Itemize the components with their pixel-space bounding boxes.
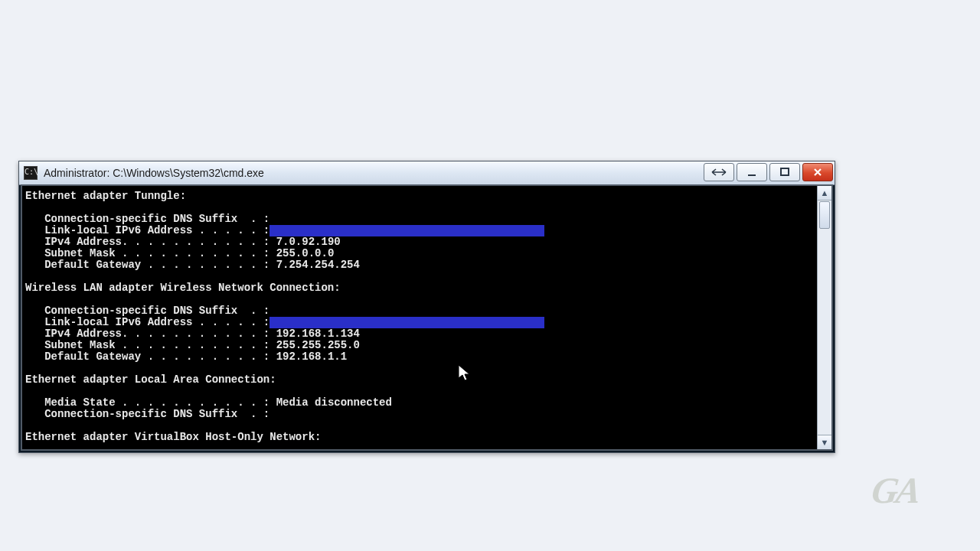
titlebar[interactable]: C:\ Administrator: C:\Windows\System32\c… xyxy=(19,161,835,185)
terminal-blank-line xyxy=(25,363,815,374)
property-label: Link-local IPv6 Address . . . . . : xyxy=(25,317,270,328)
property-value: 7.254.254.254 xyxy=(270,259,360,271)
property-value-selected xyxy=(270,317,544,328)
property-label: Connection-specific DNS Suffix . : xyxy=(25,305,270,317)
prev-window-button[interactable] xyxy=(704,163,734,181)
property-value: Media disconnected xyxy=(270,397,392,409)
property-value: 192.168.1.1 xyxy=(270,351,347,363)
property-label: Media State . . . . . . . . . . . : xyxy=(25,397,270,409)
terminal-line: Subnet Mask . . . . . . . . . . . : 255.… xyxy=(25,248,815,259)
terminal-line: Default Gateway . . . . . . . . . : 7.25… xyxy=(25,259,815,271)
window-title: Administrator: C:\Windows\System32\cmd.e… xyxy=(44,161,264,184)
terminal-line: Connection-specific DNS Suffix . : xyxy=(25,305,815,317)
terminal-line: Link-local IPv6 Address . . . . . : xyxy=(25,225,815,236)
terminal-line: Link-local IPv6 Address . . . . . : xyxy=(25,317,815,328)
property-label: Connection-specific DNS Suffix . : xyxy=(25,214,270,225)
property-value: 7.0.92.190 xyxy=(270,236,340,248)
property-label: Connection-specific DNS Suffix . : xyxy=(25,409,270,420)
terminal-line: Media State . . . . . . . . . . . : Medi… xyxy=(25,397,815,409)
adapter-header: Wireless LAN adapter Wireless Network Co… xyxy=(25,282,815,294)
titlebar-buttons xyxy=(704,163,833,181)
scroll-thumb[interactable] xyxy=(819,201,830,229)
property-label: Default Gateway . . . . . . . . . : xyxy=(25,259,270,271)
terminal-blank-line xyxy=(25,294,815,305)
property-label: IPv4 Address. . . . . . . . . . . : xyxy=(25,328,270,340)
property-label: Link-local IPv6 Address . . . . . : xyxy=(25,225,270,236)
svg-rect-1 xyxy=(781,168,789,175)
property-label: IPv4 Address. . . . . . . . . . . : xyxy=(25,236,270,248)
adapter-header: Ethernet adapter Local Area Connection: xyxy=(25,374,815,386)
scroll-up-button[interactable]: ▲ xyxy=(818,186,831,201)
watermark-logo: GA xyxy=(870,472,921,509)
property-value-selected xyxy=(270,225,544,236)
property-value: 192.168.1.134 xyxy=(270,328,360,340)
maximize-button[interactable] xyxy=(769,163,800,181)
property-value: 255.0.0.0 xyxy=(270,248,334,259)
system-menu-icon[interactable]: C:\ xyxy=(24,166,38,180)
scroll-down-button[interactable]: ▼ xyxy=(818,435,831,449)
close-button[interactable] xyxy=(802,163,833,181)
cmd-window: C:\ Administrator: C:\Windows\System32\c… xyxy=(18,161,835,453)
property-label: Subnet Mask . . . . . . . . . . . : xyxy=(25,248,270,259)
terminal-line: Connection-specific DNS Suffix . : xyxy=(25,409,815,420)
svg-rect-0 xyxy=(748,174,756,176)
minimize-button[interactable] xyxy=(737,163,767,181)
terminal-line: Subnet Mask . . . . . . . . . . . : 255.… xyxy=(25,340,815,351)
terminal-blank-line xyxy=(25,271,815,282)
property-label: Subnet Mask . . . . . . . . . . . : xyxy=(25,340,270,351)
adapter-header: Ethernet adapter Tunngle: xyxy=(25,191,815,202)
terminal-client-area: Ethernet adapter Tunngle: Connection-spe… xyxy=(21,184,833,451)
terminal-output[interactable]: Ethernet adapter Tunngle: Connection-spe… xyxy=(22,186,818,449)
vertical-scrollbar[interactable]: ▲ ▼ xyxy=(817,186,831,449)
terminal-line: Connection-specific DNS Suffix . : xyxy=(25,214,815,225)
property-value: 255.255.255.0 xyxy=(270,340,360,351)
terminal-line: IPv4 Address. . . . . . . . . . . : 7.0.… xyxy=(25,236,815,248)
minimize-icon xyxy=(746,167,757,178)
arrow-left-right-icon xyxy=(711,168,727,176)
terminal-blank-line xyxy=(25,443,815,451)
terminal-blank-line xyxy=(25,202,815,214)
maximize-icon xyxy=(779,167,790,178)
adapter-header: Ethernet adapter VirtualBox Host-Only Ne… xyxy=(25,432,815,443)
property-label: Default Gateway . . . . . . . . . : xyxy=(25,351,270,363)
terminal-line: IPv4 Address. . . . . . . . . . . : 192.… xyxy=(25,328,815,340)
close-icon xyxy=(812,167,823,178)
terminal-line: Default Gateway . . . . . . . . . : 192.… xyxy=(25,351,815,363)
terminal-blank-line xyxy=(25,386,815,397)
terminal-blank-line xyxy=(25,420,815,432)
